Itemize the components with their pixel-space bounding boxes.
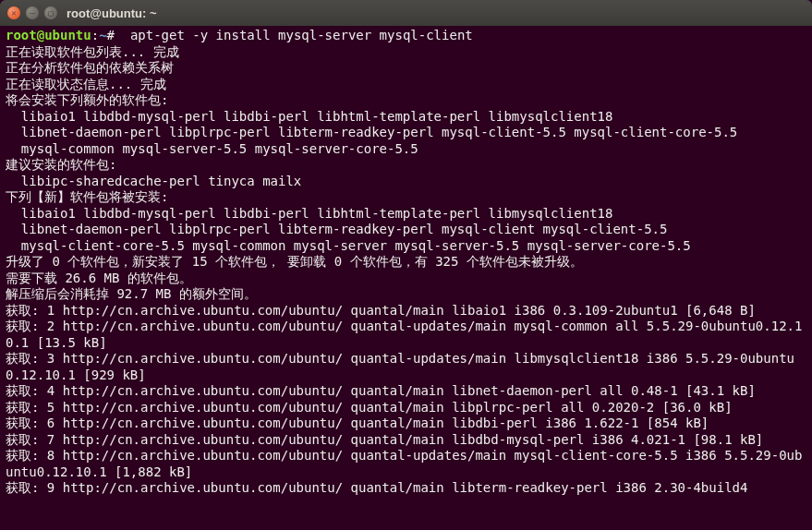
window-titlebar: ✕ – ▢ root@ubuntu: ~ [0, 0, 812, 26]
terminal-line: 获取: 2 http://cn.archive.ubuntu.com/ubunt… [6, 319, 806, 351]
terminal-line: 下列【新】软件包将被安装: [6, 189, 806, 206]
terminal-line: libnet-daemon-perl libplrpc-perl libterm… [6, 222, 806, 238]
prompt-path: ~ [99, 28, 106, 42]
terminal-line: 正在读取状态信息... 完成 [6, 77, 806, 93]
terminal-line: 建议安装的软件包: [6, 157, 806, 174]
terminal-line: 获取: 5 http://cn.archive.ubuntu.com/ubunt… [6, 400, 806, 416]
terminal-line: mysql-client-core-5.5 mysql-common mysql… [6, 238, 806, 255]
terminal-line: 获取: 6 http://cn.archive.ubuntu.com/ubunt… [6, 416, 806, 432]
terminal-line: 正在分析软件包的依赖关系树 [6, 60, 806, 77]
window-controls: ✕ – ▢ [7, 6, 57, 19]
terminal-line: mysql-common mysql-server-5.5 mysql-serv… [6, 141, 806, 158]
terminal-line: 获取: 1 http://cn.archive.ubuntu.com/ubunt… [6, 303, 806, 319]
terminal-line: 获取: 4 http://cn.archive.ubuntu.com/ubunt… [6, 383, 806, 400]
terminal-line: 将会安装下列额外的软件包: [6, 92, 806, 109]
terminal-line: libaio1 libdbd-mysql-perl libdbi-perl li… [6, 109, 806, 126]
prompt-separator: : [91, 28, 99, 42]
prompt-symbol: # [107, 28, 115, 42]
close-icon[interactable]: ✕ [7, 6, 20, 19]
terminal-line: 获取: 8 http://cn.archive.ubuntu.com/ubunt… [6, 448, 806, 480]
window-title: root@ubuntu: ~ [67, 6, 157, 20]
terminal-line: 解压缩后会消耗掉 92.7 MB 的额外空间。 [6, 286, 806, 303]
prompt-line: root@ubuntu:~# apt-get -y install mysql-… [6, 28, 806, 44]
terminal-line: libaio1 libdbd-mysql-perl libdbi-perl li… [6, 206, 806, 223]
terminal-line: 获取: 7 http://cn.archive.ubuntu.com/ubunt… [6, 432, 806, 449]
terminal-line: 正在读取软件包列表... 完成 [6, 44, 806, 61]
terminal-body[interactable]: root@ubuntu:~# apt-get -y install mysql-… [0, 26, 812, 530]
terminal-output: 正在读取软件包列表... 完成正在分析软件包的依赖关系树正在读取状态信息... … [6, 44, 806, 497]
terminal-line: libipc-sharedcache-perl tinyca mailx [6, 174, 806, 190]
terminal-line: 获取: 9 http://cn.archive.ubuntu.com/ubunt… [6, 480, 806, 497]
terminal-line: 需要下载 26.6 MB 的软件包。 [6, 271, 806, 287]
maximize-icon[interactable]: ▢ [44, 6, 57, 19]
terminal-line: 升级了 0 个软件包，新安装了 15 个软件包， 要卸载 0 个软件包，有 32… [6, 254, 806, 271]
terminal-line: libnet-daemon-perl libplrpc-perl libterm… [6, 125, 806, 141]
terminal-line: 获取: 3 http://cn.archive.ubuntu.com/ubunt… [6, 351, 806, 383]
prompt-user-host: root@ubuntu [6, 28, 91, 42]
prompt-command: apt-get -y install mysql-server mysql-cl… [115, 28, 473, 42]
minimize-icon[interactable]: – [26, 6, 39, 19]
